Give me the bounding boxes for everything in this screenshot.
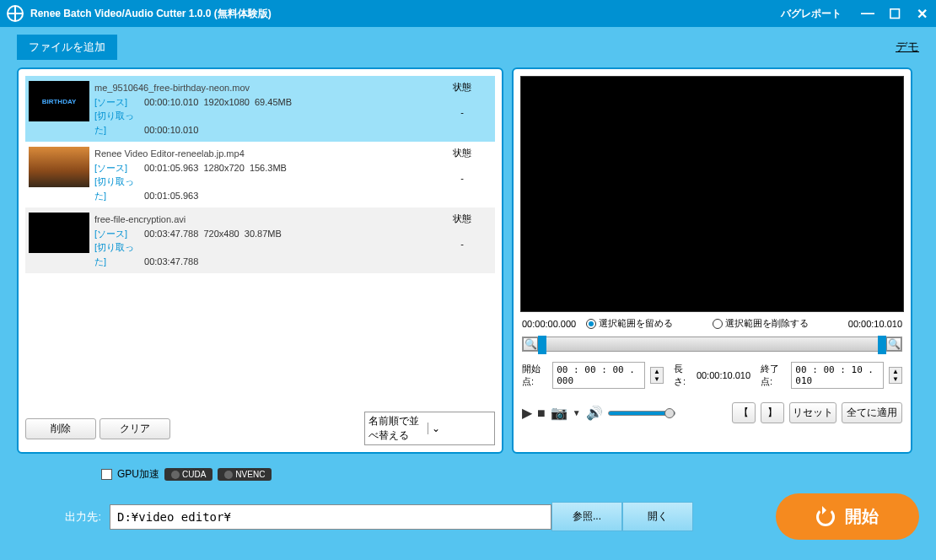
footer: GPU加速 CUDA NVENC 出力先: 参照... 開く 開始 xyxy=(0,454,936,560)
radio-unchecked-icon xyxy=(713,319,723,329)
status-value: - xyxy=(433,107,492,117)
file-size: 156.3MB xyxy=(250,163,287,173)
status-value: - xyxy=(433,173,492,183)
delete-range-radio[interactable]: 選択範囲を削除する xyxy=(713,317,809,330)
open-button[interactable]: 開く xyxy=(622,502,693,531)
cut-time: 00:00:10.010 xyxy=(144,125,198,135)
file-list: BIRTHDAY me_9510646_free-birthday-neon.m… xyxy=(25,76,495,407)
end-point-label: 終了点: xyxy=(761,363,786,388)
play-button[interactable]: ▶ xyxy=(522,405,532,421)
sort-select[interactable]: 名前順で並べ替える ⌄ xyxy=(364,412,495,445)
cut-label: [切り取った] xyxy=(94,240,142,268)
start-stepper[interactable]: ▲▼ xyxy=(650,367,664,384)
toolbar: ファイルを追加 デモ xyxy=(0,27,936,67)
thumbnail-icon: BIRTHDAY xyxy=(29,81,89,121)
video-preview[interactable] xyxy=(520,76,904,312)
resolution: 1280x720 xyxy=(203,163,244,173)
cuda-badge: CUDA xyxy=(164,468,212,481)
radio-checked-icon xyxy=(586,319,596,329)
browse-button[interactable]: 参照... xyxy=(551,502,622,531)
end-point-input[interactable]: 00 : 00 : 10 . 010 xyxy=(791,362,884,389)
source-time: 00:00:10.010 xyxy=(144,97,198,107)
file-name: free-file-encryption.avi xyxy=(94,213,428,227)
file-name: me_9510646_free-birthday-neon.mov xyxy=(94,81,428,95)
demo-link[interactable]: デモ xyxy=(896,40,919,55)
stop-button[interactable]: ■ xyxy=(537,406,546,421)
titlebar: Renee Batch Video/Audio Cutter 1.0.0 (無料… xyxy=(0,0,936,27)
range-start-handle[interactable] xyxy=(538,336,546,354)
app-icon xyxy=(7,5,24,22)
cut-label: [切り取った] xyxy=(94,109,142,137)
maximize-button[interactable]: ☐ xyxy=(887,6,902,22)
volume-slider[interactable] xyxy=(608,411,675,416)
clear-button[interactable]: クリア xyxy=(100,418,170,439)
resolution: 720x480 xyxy=(203,229,239,239)
range-slider[interactable]: 🔍 🔍 xyxy=(522,337,902,352)
range-end-handle[interactable] xyxy=(878,336,886,354)
app-title: Renee Batch Video/Audio Cutter 1.0.0 (無料… xyxy=(30,7,781,21)
mark-out-button[interactable]: 】 xyxy=(761,402,784,423)
delete-button[interactable]: 削除 xyxy=(25,418,96,439)
source-time: 00:03:47.788 xyxy=(144,229,198,239)
status-header: 状態 xyxy=(433,81,492,94)
thumbnail-icon xyxy=(29,147,89,187)
resolution: 1920x1080 xyxy=(203,97,249,107)
cut-label: [切り取った] xyxy=(94,175,142,202)
start-point-input[interactable]: 00 : 00 : 00 . 000 xyxy=(552,362,645,389)
preview-time-start: 00:00:00.000 xyxy=(522,319,576,329)
minimize-button[interactable]: — xyxy=(860,6,875,21)
file-row[interactable]: Renee Video Editor-reneelab.jp.mp4 [ソース]… xyxy=(25,142,495,207)
cut-time: 00:01:05.963 xyxy=(144,191,198,201)
status-header: 状態 xyxy=(433,147,492,159)
file-row[interactable]: BIRTHDAY me_9510646_free-birthday-neon.m… xyxy=(25,76,495,142)
cut-time: 00:03:47.788 xyxy=(144,256,198,267)
snapshot-button[interactable]: 📷 xyxy=(551,405,568,421)
zoom-in-left-button[interactable]: 🔍 xyxy=(523,337,538,351)
file-row[interactable]: free-file-encryption.avi [ソース] 00:03:47.… xyxy=(25,207,495,273)
length-label: 長さ: xyxy=(674,363,691,388)
snapshot-menu-button[interactable]: ▼ xyxy=(573,408,581,417)
status-header: 状態 xyxy=(433,213,492,225)
status-value: - xyxy=(433,239,492,249)
length-value: 00:00:10.010 xyxy=(697,370,750,380)
file-name: Renee Video Editor-reneelab.jp.mp4 xyxy=(94,147,428,161)
source-time: 00:01:05.963 xyxy=(144,163,198,173)
keep-range-radio[interactable]: 選択範囲を留める xyxy=(586,317,673,330)
start-button[interactable]: 開始 xyxy=(776,493,919,540)
thumbnail-icon xyxy=(29,213,89,253)
end-stepper[interactable]: ▲▼ xyxy=(889,367,902,384)
output-path-input[interactable] xyxy=(110,504,551,530)
sort-label: 名前順で並べ替える xyxy=(368,414,428,443)
reset-button[interactable]: リセット xyxy=(789,402,836,423)
gpu-label: GPU加速 xyxy=(117,467,159,482)
nvenc-badge: NVENC xyxy=(218,468,272,481)
file-size: 30.87MB xyxy=(245,229,282,239)
source-label: [ソース] xyxy=(94,95,142,110)
chevron-down-icon: ⌄ xyxy=(428,423,491,434)
output-label: 出力先: xyxy=(51,509,101,525)
preview-time-end: 00:00:10.010 xyxy=(848,319,902,329)
source-label: [ソース] xyxy=(94,227,142,241)
add-file-button[interactable]: ファイルを追加 xyxy=(17,35,117,60)
volume-icon[interactable]: 🔊 xyxy=(586,405,603,421)
gpu-checkbox[interactable] xyxy=(101,469,112,480)
close-button[interactable]: ✕ xyxy=(914,6,929,22)
file-size: 69.45MB xyxy=(255,97,292,107)
file-list-panel: BIRTHDAY me_9510646_free-birthday-neon.m… xyxy=(17,67,503,454)
start-point-label: 開始点: xyxy=(522,363,547,388)
source-label: [ソース] xyxy=(94,161,142,175)
zoom-in-right-button[interactable]: 🔍 xyxy=(886,337,901,351)
preview-panel: 00:00:00.000 選択範囲を留める 選択範囲を削除する 00:00:10… xyxy=(512,67,912,454)
refresh-icon xyxy=(816,508,835,526)
start-label: 開始 xyxy=(845,505,879,528)
bug-report-link[interactable]: バグレポート xyxy=(781,7,842,21)
mark-in-button[interactable]: 【 xyxy=(732,402,756,423)
apply-all-button[interactable]: 全てに適用 xyxy=(842,402,902,423)
